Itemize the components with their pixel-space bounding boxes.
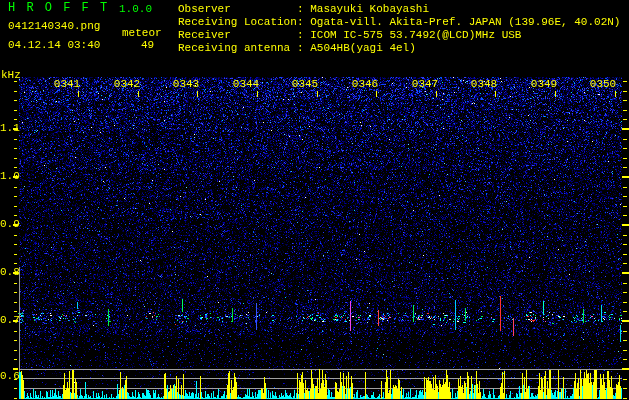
freq-unit-label: kHz (1, 70, 21, 81)
info-colon: : (297, 4, 310, 15)
time-label: 0348 (469, 79, 499, 90)
echo-count: 49 (141, 40, 154, 51)
filename: 0412140340.png (8, 21, 100, 32)
info-colon: : (297, 17, 310, 28)
freq-label: 0.9 (0, 219, 14, 230)
freq-label: 1.1 (0, 123, 14, 134)
hrofft-screen: H R O F F T 1.0.0 0412140340.png meteor … (0, 0, 629, 400)
app-title: H R O F F T (8, 3, 109, 14)
time-label: 0342 (112, 79, 142, 90)
info-label: Receiving Location (178, 17, 297, 28)
info-row-observer: Observer: Masayuki Kobayashi (178, 4, 429, 15)
info-value: Masayuki Kobayashi (310, 4, 429, 15)
info-colon: : (297, 43, 310, 54)
info-row-receiver: Receiver: ICOM IC-575 53.7492(@LCD)MHz U… (178, 30, 521, 41)
info-value: Ogata-vill. Akita-Pref. JAPAN (139.96E, … (310, 17, 620, 28)
info-label: Receiver (178, 30, 297, 41)
info-row-location: Receiving Location: Ogata-vill. Akita-Pr… (178, 17, 620, 28)
info-label: Receiving antenna (178, 43, 297, 54)
app-version: 1.0.0 (119, 4, 152, 15)
time-label: 0345 (290, 79, 320, 90)
time-label: 0347 (410, 79, 440, 90)
spectrogram-canvas (0, 0, 629, 400)
freq-label: 0.8 (0, 267, 14, 278)
mode-label: meteor (122, 28, 162, 39)
time-label: 0350 (588, 79, 618, 90)
time-label: 0343 (171, 79, 201, 90)
time-label: 0349 (529, 79, 559, 90)
datetime: 04.12.14 03:40 (8, 40, 100, 51)
info-row-antenna: Receiving antenna: A504HB(yagi 4el) (178, 43, 416, 54)
info-value: ICOM IC-575 53.7492(@LCD)MHz USB (310, 30, 521, 41)
freq-label: 1.0 (0, 171, 14, 182)
time-label: 0344 (231, 79, 261, 90)
info-label: Observer (178, 4, 297, 15)
freq-label: 0.6 (0, 371, 14, 382)
time-label: 0341 (52, 79, 82, 90)
time-label: 0346 (350, 79, 380, 90)
info-value: A504HB(yagi 4el) (310, 43, 416, 54)
info-colon: : (297, 30, 310, 41)
freq-label: 0.7 (0, 315, 14, 326)
